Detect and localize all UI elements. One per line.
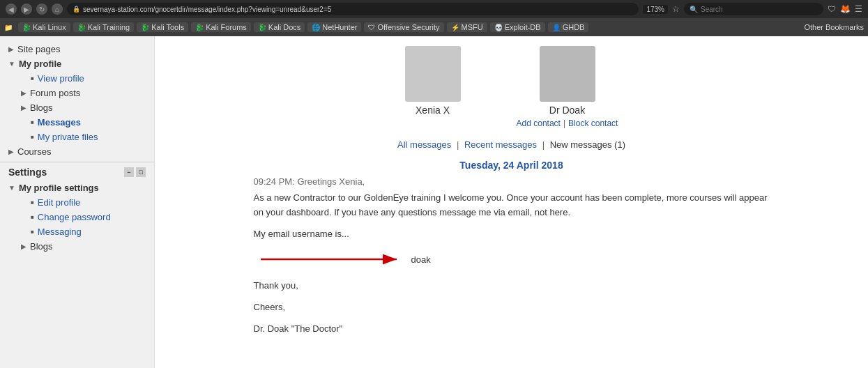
msg-thanks: Thank you, <box>254 279 770 293</box>
bookmarks-bar: 📁 🐉 Kali Linux 🐉 Kali Training 🐉 Kali To… <box>0 18 868 36</box>
bookmark-nethunter[interactable]: 🌐 NetHunter <box>307 22 361 32</box>
sidebar-item-messaging[interactable]: ■ Messaging <box>0 224 154 239</box>
bookmark-kali-docs[interactable]: 🐉 Kali Docs <box>254 22 305 32</box>
sidebar-label-view-profile: View profile <box>38 73 84 84</box>
bullet-icon-messaging: ■ <box>31 229 34 235</box>
bookmark-ghdb[interactable]: 👤 GHDB <box>548 22 589 32</box>
bookmark-msfu[interactable]: ⚡ MSFU <box>447 22 487 32</box>
message-block: 09:24 PM: Greetings Xenia, As a new Cont… <box>247 176 777 337</box>
time-text: 09:24 PM <box>254 176 293 187</box>
sidebar-item-my-profile-settings[interactable]: ▼ My profile settings <box>0 181 154 195</box>
caret-down-icon: ▼ <box>8 60 15 68</box>
search-placeholder: Search <box>701 6 723 13</box>
bookmark-label: Kali Training <box>88 23 130 31</box>
add-contact-link[interactable]: Add contact <box>517 118 561 128</box>
bookmark-label: Kali Forums <box>206 23 247 31</box>
refresh-button[interactable]: ↻ <box>36 3 47 15</box>
search-icon: 🔍 <box>690 6 698 13</box>
bookmark-label: Kali Docs <box>268 23 300 31</box>
message-tabs: All messages | Recent messages | New mes… <box>169 139 854 150</box>
message-thanks: Thank you, Cheers, Dr. Doak "The Doctor" <box>254 279 770 336</box>
red-arrow-annotation <box>254 248 407 270</box>
star-icon[interactable]: ☆ <box>672 4 680 14</box>
tab-all-messages[interactable]: All messages <box>397 139 451 150</box>
lock-icon: 🔒 <box>73 6 80 13</box>
bookmark-label: NetHunter <box>322 23 357 31</box>
caret-right-icon-courses: ▶ <box>8 148 14 155</box>
ghdb-icon: 👤 <box>552 24 561 31</box>
other-bookmarks-label: Other Bookmarks <box>804 23 864 31</box>
sidebar-label-courses: Courses <box>17 146 51 157</box>
caret-right-icon-blogs: ▶ <box>21 104 26 112</box>
sidebar-item-blogs[interactable]: ▶ Blogs <box>0 100 154 115</box>
bookmark-label: Kali Linux <box>33 23 66 31</box>
sidebar-label-messages: Messages <box>38 117 81 128</box>
search-box[interactable]: 🔍 Search <box>684 3 823 15</box>
sidebar-label-my-profile-settings: My profile settings <box>19 183 99 193</box>
message-timestamp: 09:24 PM: Greetings Xenia, <box>254 176 770 187</box>
sidebar-item-site-pages[interactable]: ▶ Site pages <box>0 42 154 56</box>
bookmark-label: Kali Tools <box>151 23 184 31</box>
user2-name: Dr Doak <box>549 105 585 116</box>
block-contact-link[interactable]: Block contact <box>568 118 618 128</box>
msg-email-intro: My email username is... <box>254 227 770 242</box>
msfu-icon: ⚡ <box>451 24 459 31</box>
sidebar-item-private-files[interactable]: ■ My private files <box>0 130 154 144</box>
bullet-icon-files: ■ <box>31 134 34 140</box>
kali-docs-icon: 🐉 <box>258 24 266 31</box>
sidebar-item-forum-posts[interactable]: ▶ Forum posts <box>0 86 154 100</box>
caret-down-icon-settings: ▼ <box>8 184 15 192</box>
caret-right-icon: ▶ <box>8 45 14 53</box>
sidebar-label-blogs: Blogs <box>30 102 53 113</box>
sidebar-item-edit-profile[interactable]: ■ Edit profile <box>0 195 154 210</box>
sidebar-item-blogs2[interactable]: ▶ Blogs <box>0 239 154 254</box>
home-button[interactable]: ⌂ <box>52 3 63 15</box>
forward-button[interactable]: ▶ <box>21 3 32 15</box>
tab-sep1: | <box>457 139 462 150</box>
sidebar-item-courses[interactable]: ▶ Courses <box>0 144 154 159</box>
bookmark-label: GHDB <box>563 23 585 31</box>
url-text: severnaya-station.com/gnocertdir/message… <box>83 6 331 13</box>
settings-label: Settings <box>8 167 47 178</box>
settings-collapse-button[interactable]: − <box>124 167 134 177</box>
date-header: Tuesday, 24 April 2018 <box>169 160 854 171</box>
bullet-icon-messages: ■ <box>31 119 34 125</box>
bookmark-kali-forums[interactable]: 🐉 Kali Forums <box>191 22 251 32</box>
sidebar-item-change-password[interactable]: ■ Change password <box>0 210 154 224</box>
sidebar-label-site-pages: Site pages <box>17 44 60 54</box>
kali-forums-icon: 🐉 <box>195 24 204 31</box>
msg-signature: Dr. Doak "The Doctor" <box>254 322 770 337</box>
msg-paragraph1: As a new Contractor to our GoldenEye tra… <box>254 191 770 220</box>
email-intro: My email username is... <box>254 227 770 242</box>
sidebar-item-my-profile[interactable]: ▼ My profile <box>0 56 154 71</box>
caret-right-icon-forum: ▶ <box>21 89 26 97</box>
caret-right-icon-blogs2: ▶ <box>21 243 26 250</box>
kali-training-icon: 🐉 <box>77 24 86 31</box>
bullet-icon-password: ■ <box>31 214 34 220</box>
menu-icon[interactable]: ☰ <box>855 4 862 14</box>
other-bookmarks[interactable]: Other Bookmarks <box>804 23 864 31</box>
bookmark-exploit-db[interactable]: 💀 Exploit-DB <box>490 22 545 32</box>
tab-recent-messages[interactable]: Recent messages <box>464 139 537 150</box>
extension-icon2: 🦊 <box>840 4 851 14</box>
bookmark-kali-tools[interactable]: 🐉 Kali Tools <box>137 22 188 32</box>
settings-expand-button[interactable]: □ <box>136 167 146 177</box>
bookmark-offensive-security[interactable]: 🛡 Offensive Security <box>364 22 443 32</box>
settings-section-header: Settings − □ <box>0 162 154 181</box>
bookmark-kali-linux[interactable]: 🐉 Kali Linux <box>18 22 70 32</box>
bookmark-label: Offensive Security <box>377 23 439 31</box>
back-button[interactable]: ◀ <box>6 3 17 15</box>
sidebar-label-blogs2: Blogs <box>30 241 53 252</box>
exploit-db-icon: 💀 <box>494 24 503 31</box>
sidebar-label-change-password: Change password <box>38 212 111 222</box>
message-body: As a new Contractor to our GoldenEye tra… <box>254 191 770 220</box>
url-bar[interactable]: 🔒 severnaya-station.com/gnocertdir/messa… <box>67 3 639 15</box>
sidebar-item-view-profile[interactable]: ■ View profile <box>0 71 154 86</box>
nethunter-icon: 🌐 <box>312 24 320 31</box>
sidebar-label-forum-posts: Forum posts <box>30 88 80 98</box>
bookmark-kali-training[interactable]: 🐉 Kali Training <box>73 22 135 32</box>
sidebar-item-messages[interactable]: ■ Messages <box>0 115 154 130</box>
user1-name: Xenia X <box>416 105 450 116</box>
sidebar-label-my-profile: My profile <box>19 59 61 69</box>
profile-row: Xenia X Dr Doak Add contact | Block cont… <box>169 43 854 128</box>
